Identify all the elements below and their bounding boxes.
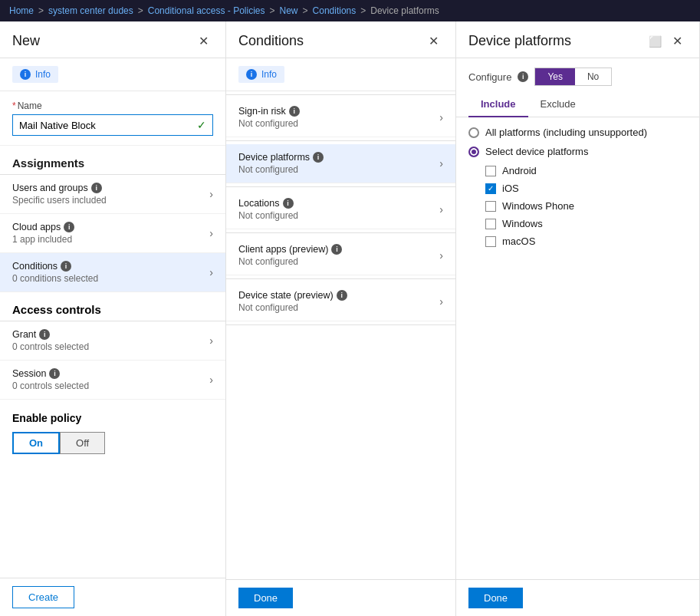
device-state-item[interactable]: Device state (preview) i Not configured … [226, 282, 455, 321]
locations-chevron-icon: › [439, 203, 443, 216]
windows-row[interactable]: Windows [485, 218, 687, 229]
session-title: Session [12, 368, 46, 379]
tab-exclude[interactable]: Exclude [528, 92, 588, 117]
conditions-subtitle: 0 conditions selected [12, 273, 209, 284]
android-row[interactable]: Android [485, 165, 687, 176]
panel-device-content: Configure i Yes No Include Exclude All p… [456, 58, 699, 579]
name-label: * Name [12, 100, 213, 111]
client-apps-chevron-icon: › [439, 249, 443, 262]
create-button[interactable]: Create [12, 586, 74, 608]
device-platforms-info-icon: i [313, 152, 324, 163]
windows-phone-label: Windows Phone [502, 200, 574, 212]
device-state-title: Device state (preview) [238, 290, 334, 301]
panel-conditions-footer: Done [226, 579, 455, 616]
yes-no-group: Yes No [534, 68, 612, 86]
users-groups-title: Users and groups [12, 183, 88, 193]
windows-checkbox[interactable] [485, 219, 496, 229]
session-content: Session i 0 controls selected [12, 368, 209, 391]
panel-device-maximize[interactable]: ⬜ [644, 34, 666, 49]
panel-conditions-close[interactable]: ✕ [424, 32, 443, 50]
device-platforms-subtitle: Not configured [238, 164, 439, 175]
grant-info-icon: i [39, 329, 50, 340]
client-apps-info-icon: i [331, 244, 342, 255]
breadcrumb: Home > system center dudes > Conditional… [0, 0, 700, 21]
all-platforms-label: All platforms (including unsupported) [485, 127, 647, 138]
breadcrumb-ca[interactable]: Conditional access - Policies [148, 5, 265, 16]
sign-in-risk-title: Sign-in risk [238, 106, 286, 117]
session-chevron-icon: › [209, 374, 213, 386]
toggle-off-button[interactable]: Off [60, 432, 105, 454]
new-info-badge[interactable]: i Info [12, 66, 58, 83]
conditions-title: Conditions [12, 261, 58, 272]
all-platforms-radio[interactable] [468, 127, 479, 138]
breadcrumb-conditions[interactable]: Conditions [313, 5, 357, 16]
client-apps-title: Client apps (preview) [238, 244, 328, 255]
name-input-display[interactable]: Mail Native Block ✓ [12, 114, 213, 136]
breadcrumb-home[interactable]: Home [9, 5, 34, 16]
conditions-info-icon-badge: i [246, 69, 257, 80]
session-item[interactable]: Session i 0 controls selected › [0, 361, 225, 400]
all-platforms-row[interactable]: All platforms (including unsupported) [468, 127, 687, 138]
tab-include[interactable]: Include [468, 92, 528, 117]
device-platforms-content: Device platforms i Not configured [238, 152, 439, 175]
panel-conditions-header: Conditions ✕ [226, 21, 455, 58]
panel-device-header: Device platforms ⬜ ✕ [456, 21, 699, 58]
session-subtitle: 0 controls selected [12, 380, 209, 391]
configure-info-icon: i [518, 71, 528, 82]
new-info-label: Info [35, 69, 51, 80]
panel-new-close[interactable]: ✕ [194, 32, 213, 50]
check-icon: ✓ [197, 119, 206, 131]
locations-item[interactable]: Locations i Not configured › [226, 190, 455, 229]
ios-checkbox[interactable]: ✓ [485, 183, 496, 194]
conditions-done-button[interactable]: Done [238, 588, 293, 608]
device-state-subtitle: Not configured [238, 302, 439, 313]
macos-row[interactable]: macOS [485, 236, 687, 247]
breadcrumb-scd[interactable]: system center dudes [48, 5, 133, 16]
conditions-chevron-icon: › [209, 266, 213, 278]
toggle-on-button[interactable]: On [12, 432, 60, 454]
info-icon: i [20, 69, 31, 80]
enable-section: Enable policy On Off [0, 400, 225, 466]
locations-subtitle: Not configured [238, 210, 439, 221]
windows-phone-row[interactable]: Windows Phone [485, 200, 687, 212]
android-checkbox[interactable] [485, 166, 496, 176]
enable-label: Enable policy [12, 412, 213, 424]
panel-new: New ✕ i Info * Name Mail Native Block ✓ [0, 21, 226, 616]
conditions-item[interactable]: Conditions i 0 conditions selected › [0, 253, 225, 292]
sign-in-risk-item[interactable]: Sign-in risk i Not configured › [226, 98, 455, 137]
users-chevron-icon: › [209, 188, 213, 200]
panel-device-close[interactable]: ✕ [668, 32, 687, 50]
name-required: * [12, 100, 16, 111]
device-done-button[interactable]: Done [468, 588, 523, 608]
breadcrumb-new[interactable]: New [280, 5, 298, 16]
conditions-info-badge[interactable]: i Info [238, 66, 284, 83]
platform-options: All platforms (including unsupported) Se… [456, 117, 699, 262]
cloud-chevron-icon: › [209, 227, 213, 239]
device-platforms-item[interactable]: Device platforms i Not configured › [226, 144, 455, 183]
yes-button[interactable]: Yes [535, 68, 575, 85]
ios-label: iOS [502, 183, 519, 194]
conditions-info-section: i Info [226, 58, 455, 91]
users-groups-item[interactable]: Users and groups i Specific users includ… [0, 175, 225, 214]
select-platforms-row[interactable]: Select device platforms [468, 146, 687, 157]
select-platforms-radio[interactable] [468, 147, 479, 157]
no-button[interactable]: No [575, 68, 611, 85]
cloud-apps-item[interactable]: Cloud apps i 1 app included › [0, 214, 225, 253]
client-apps-content: Client apps (preview) i Not configured [238, 244, 439, 267]
users-groups-subtitle: Specific users included [12, 195, 209, 206]
cloud-apps-content: Cloud apps i 1 app included [12, 222, 209, 245]
device-state-chevron-icon: › [439, 295, 443, 308]
tabs-row: Include Exclude [456, 92, 699, 117]
cloud-info-icon: i [64, 222, 74, 232]
sign-in-chevron-icon: › [439, 111, 443, 124]
client-apps-item[interactable]: Client apps (preview) i Not configured › [226, 236, 455, 275]
macos-checkbox[interactable] [485, 236, 496, 247]
platform-checkboxes: Android ✓ iOS Windows Phone [485, 165, 687, 247]
grant-item[interactable]: Grant i 0 controls selected › [0, 321, 225, 361]
users-groups-content: Users and groups i Specific users includ… [12, 183, 209, 206]
cloud-apps-title: Cloud apps [12, 222, 61, 232]
cloud-apps-subtitle: 1 app included [12, 234, 209, 245]
ios-row[interactable]: ✓ iOS [485, 183, 687, 194]
device-state-content: Device state (preview) i Not configured [238, 290, 439, 313]
windows-phone-checkbox[interactable] [485, 201, 496, 212]
